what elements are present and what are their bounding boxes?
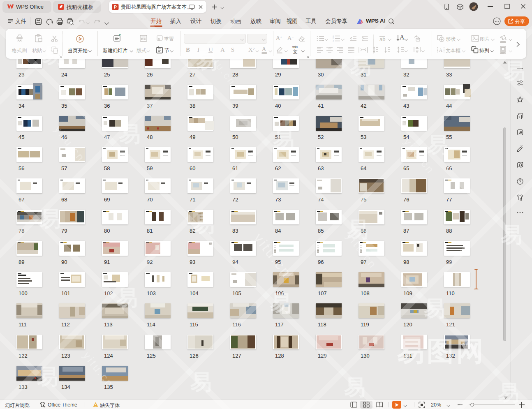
svg-text:3: 3 [333, 39, 334, 42]
svg-text:P: P [114, 5, 117, 9]
svg-text:A: A [439, 47, 443, 53]
